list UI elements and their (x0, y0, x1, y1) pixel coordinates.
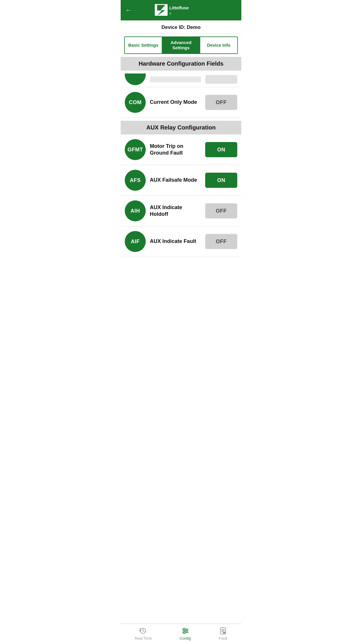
setting-row-com: COM Current Only Mode OFF (121, 87, 241, 118)
badge-afs: AFS (125, 170, 146, 191)
app-header: ← Littelfuse ® (121, 0, 241, 20)
toggle-current-only-mode[interactable]: OFF (205, 95, 237, 110)
label-motor-trip-ground-fault: Motor Trip on Ground Fault (150, 143, 201, 157)
toggle-aux-indicate-fault[interactable]: OFF (205, 234, 237, 249)
toggle-motor-trip-ground-fault[interactable]: ON (205, 142, 237, 157)
device-id: Device ID: Demo (121, 20, 241, 34)
back-button[interactable]: ← (125, 5, 134, 15)
toggle-aux-failsafe-mode[interactable]: ON (205, 173, 237, 188)
badge-aif: AIF (125, 231, 146, 252)
section-header-hardware: Hardware Configuration Fields (121, 57, 241, 71)
badge-aih: AIH (125, 200, 146, 221)
label-aux-indicate-fault: AUX Indicate Fault (150, 238, 201, 245)
svg-text:®: ® (169, 12, 172, 15)
partial-row (121, 71, 241, 87)
badge-com: COM (125, 92, 146, 113)
tabs-container: Basic Settings Advanced Settings Device … (124, 36, 238, 54)
section-header-aux-relay: AUX Relay Configuration (121, 121, 241, 134)
toggle-aux-indicate-holdoff[interactable]: OFF (205, 203, 237, 218)
label-aux-indicate-holdoff: AUX Indicate Holdoff (150, 204, 201, 218)
svg-text:Littelfuse: Littelfuse (169, 5, 189, 10)
setting-row-aih: AIH AUX Indicate Holdoff OFF (121, 196, 241, 226)
partial-badge (125, 74, 146, 85)
label-current-only-mode: Current Only Mode (150, 99, 201, 106)
partial-toggle-placeholder (205, 75, 237, 84)
setting-row-afs: AFS AUX Failsafe Mode ON (121, 165, 241, 196)
setting-row-aif: AIF AUX Indicate Fault OFF (121, 226, 241, 257)
setting-row-gfmt: GFMT Motor Trip on Ground Fault ON (121, 134, 241, 165)
tab-basic-settings[interactable]: Basic Settings (125, 37, 162, 53)
content-area: Hardware Configuration Fields COM Curren… (121, 57, 241, 280)
partial-label-placeholder (150, 76, 201, 82)
label-aux-failsafe-mode: AUX Failsafe Mode (150, 177, 201, 183)
tab-device-info[interactable]: Device Info (200, 37, 237, 53)
badge-gfmt: GFMT (125, 139, 146, 160)
tab-advanced-settings[interactable]: Advanced Settings (162, 37, 200, 53)
logo: Littelfuse ® (155, 4, 207, 17)
